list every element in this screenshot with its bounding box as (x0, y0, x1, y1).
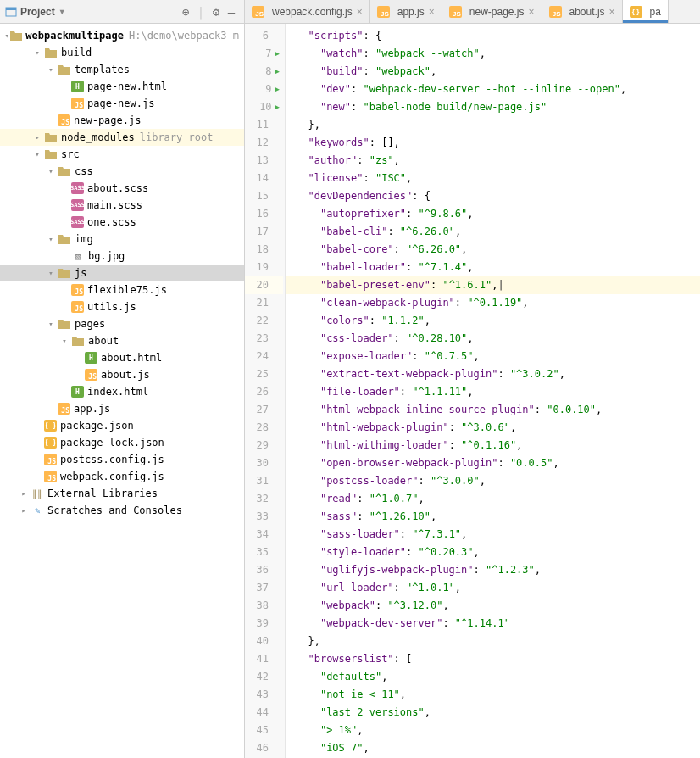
locate-icon[interactable]: ⊕ (178, 4, 193, 20)
tree-item[interactable]: { }package.json (0, 417, 244, 434)
tree-item[interactable]: ▾about (0, 332, 244, 349)
tree-item[interactable]: ▸∥∥External Libraries (0, 485, 244, 502)
gutter-line[interactable]: 19 (245, 259, 283, 276)
gutter-line[interactable]: 28 (245, 419, 283, 437)
tree-item[interactable]: ▾src (0, 146, 244, 163)
gutter-line[interactable]: 34 (245, 526, 283, 543)
code-line[interactable]: "expose-loader": "^0.7.5", (286, 348, 700, 365)
tree-item[interactable]: ▾build (0, 44, 244, 61)
toggle-icon[interactable]: ▾ (44, 167, 58, 176)
tree-item[interactable]: { }package-lock.json (0, 434, 244, 451)
tree-item[interactable]: JSnew-page.js (0, 112, 244, 129)
gutter-line[interactable]: 24 (245, 348, 283, 365)
code-line[interactable]: "read": "^1.0.7", (286, 490, 700, 508)
gutter-line[interactable]: 21 (245, 294, 283, 312)
code-line[interactable]: "> 1%", (286, 722, 700, 739)
code-line[interactable]: "style-loader": "^0.20.3", (286, 543, 700, 561)
tree-item[interactable]: JSpostcss.config.js (0, 451, 244, 468)
close-icon[interactable]: × (609, 6, 615, 18)
code-line[interactable]: "dev": "webpack-dev-server --hot --inlin… (286, 81, 700, 98)
gutter-line[interactable]: 36 (245, 561, 283, 579)
close-icon[interactable]: × (529, 6, 535, 18)
code-line[interactable]: "sass": "^1.26.10", (286, 508, 700, 526)
code-line[interactable]: "author": "zs", (286, 152, 700, 170)
gutter-line[interactable]: 32 (245, 490, 283, 508)
run-icon[interactable]: ▶ (275, 63, 280, 81)
run-icon[interactable]: ▶ (275, 45, 280, 63)
gutter-line[interactable]: 18 (245, 241, 283, 259)
toggle-icon[interactable]: ▸ (17, 489, 31, 498)
tree-item[interactable]: JSutils.js (0, 298, 244, 315)
code-line[interactable]: "babel-loader": "^7.1.4", (286, 259, 700, 276)
code-line[interactable]: "open-browser-webpack-plugin": "0.0.5", (286, 454, 700, 472)
code-line[interactable]: "url-loader": "^1.0.1", (286, 579, 700, 597)
code-line[interactable]: "file-loader": "^1.1.11", (286, 383, 700, 401)
code-line[interactable]: "watch": "webpack --watch", (286, 45, 700, 63)
code-line[interactable]: "keywords": [], (286, 134, 700, 152)
toggle-icon[interactable]: ▸ (17, 506, 31, 515)
toggle-icon[interactable]: ▾ (44, 320, 58, 328)
toggle-icon[interactable]: ▾ (58, 337, 71, 345)
tree-item[interactable]: ▾pages (0, 315, 244, 332)
collapse-icon[interactable]: — (224, 4, 239, 20)
code-line[interactable]: "colors": "1.1.2", (286, 312, 700, 330)
gutter-line[interactable]: 22 (245, 312, 283, 330)
code-line[interactable]: "webpack": "^3.12.0", (286, 597, 700, 615)
code-line[interactable]: "webpack-dev-server": "^1.14.1" (286, 615, 700, 633)
run-icon[interactable]: ▶ (275, 81, 280, 98)
code-line[interactable]: "browserslist": [ (286, 650, 700, 668)
code-line[interactable]: "css-loader": "^0.28.10", (286, 330, 700, 348)
project-selector[interactable]: Project ▼ (5, 6, 66, 18)
toggle-icon[interactable]: ▾ (44, 269, 58, 277)
editor-tab[interactable]: JSapp.js× (370, 0, 442, 23)
tree-item[interactable]: SASSmain.scss (0, 197, 244, 214)
gutter-line[interactable]: 39 (245, 615, 283, 633)
tree-item[interactable]: Hindex.html (0, 383, 244, 400)
gear-icon[interactable]: ⚙ (208, 4, 224, 20)
gutter-line[interactable]: 10▶ (245, 98, 283, 116)
gutter-line[interactable]: 46 (245, 739, 283, 757)
code-line[interactable]: "babel-core": "^6.26.0", (286, 241, 700, 259)
gutter-line[interactable]: 9▶ (245, 81, 283, 98)
tree-item[interactable]: ▧bg.jpg (0, 248, 244, 265)
code-line[interactable]: "build": "webpack", (286, 63, 700, 81)
code-line[interactable]: "defaults", (286, 668, 700, 686)
tree-item[interactable]: SASSabout.scss (0, 180, 244, 197)
editor-tab[interactable]: { }pa (623, 0, 669, 23)
code-line[interactable]: "new": "babel-node build/new-page.js" (286, 98, 700, 116)
gutter-line[interactable]: 15 (245, 187, 283, 205)
editor-tab[interactable]: JSwebpack.config.js× (245, 0, 370, 23)
gutter-line[interactable]: 31 (245, 472, 283, 490)
code-line[interactable]: "extract-text-webpack-plugin": "^3.0.2", (286, 365, 700, 383)
gutter-line[interactable]: 44 (245, 704, 283, 722)
code-line[interactable]: "html-withimg-loader": "^0.1.16", (286, 437, 700, 454)
gutter-line[interactable]: 41 (245, 650, 283, 668)
tree-item[interactable]: JSpage-new.js (0, 95, 244, 112)
gutter-line[interactable]: 43 (245, 686, 283, 704)
tree-root[interactable]: ▾webpackmultipageH:\demo\webpack3-m (0, 27, 244, 44)
tree-item[interactable]: JSflexible75.js (0, 281, 244, 298)
tree-item[interactable]: ▾templates (0, 61, 244, 78)
gutter-line[interactable]: 45 (245, 722, 283, 739)
gutter-line[interactable]: 23 (245, 330, 283, 348)
tree-item[interactable]: JSabout.js (0, 366, 244, 383)
tree-item[interactable]: SASSone.scss (0, 214, 244, 231)
toggle-icon[interactable]: ▾ (31, 48, 44, 57)
code-line[interactable]: "html-webpack-inline-source-plugin": "0.… (286, 401, 700, 419)
gutter-line[interactable]: 35 (245, 543, 283, 561)
gutter-line[interactable]: 27 (245, 401, 283, 419)
run-icon[interactable]: ▶ (275, 98, 280, 116)
toggle-icon[interactable]: ▾ (44, 235, 58, 243)
editor-tab[interactable]: JSnew-page.js× (442, 0, 542, 23)
source[interactable]: "scripts": { "watch": "webpack --watch",… (286, 24, 700, 758)
gutter-line[interactable]: 14 (245, 170, 283, 187)
code-editor[interactable]: 67▶8▶9▶10▶111213141516171819202122232425… (245, 24, 700, 758)
gutter-line[interactable]: 37 (245, 579, 283, 597)
toggle-icon[interactable]: ▸ (31, 133, 44, 142)
tree-item[interactable]: JSapp.js (0, 400, 244, 417)
code-line[interactable]: "uglifyjs-webpack-plugin": "^1.2.3", (286, 561, 700, 579)
code-line[interactable]: "postcss-loader": "^3.0.0", (286, 472, 700, 490)
gutter-line[interactable]: 11 (245, 116, 283, 134)
toggle-icon[interactable]: ▾ (44, 65, 58, 74)
code-line[interactable]: "html-webpack-plugin": "^3.0.6", (286, 419, 700, 437)
